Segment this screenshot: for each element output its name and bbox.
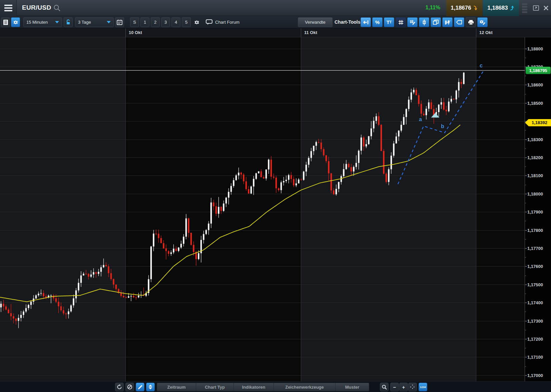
date-label: 12 Okt xyxy=(479,30,493,35)
price-tick-label: 1,18000 xyxy=(527,191,543,196)
zeitraum-button[interactable]: Zeitraum xyxy=(157,383,196,391)
candlestick-chart[interactable] xyxy=(0,37,525,381)
trading-app-window: EUR/USD 1,11% 1,18676 1,18683 15 Minute xyxy=(0,0,551,392)
percent-scale-button[interactable]: % xyxy=(372,17,383,27)
speed-button-3[interactable]: 3 xyxy=(161,17,170,27)
change-percent: 1,11% xyxy=(426,5,440,11)
axis-minor-tick xyxy=(525,112,526,112)
chart-plot-area[interactable] xyxy=(0,37,525,381)
windows-layout-button[interactable] xyxy=(431,17,441,27)
buy-price-button[interactable]: 1,18683 xyxy=(483,0,519,16)
chart-menu-group: Zeitraum Chart Typ Indikatoren Zeichenwe… xyxy=(157,383,369,391)
axis-tick xyxy=(525,85,527,85)
printer-icon xyxy=(468,20,474,25)
chart-toolbar: 15 Minuten 3 Tage S 1 2 3 4 5 Chart Foru… xyxy=(0,16,551,28)
chart-typ-button[interactable]: Chart Typ xyxy=(196,383,234,391)
chart-forum-button[interactable]: Chart Forum xyxy=(204,17,254,27)
text-annotation-button[interactable]: TT xyxy=(384,17,394,27)
close-window-button[interactable] xyxy=(542,4,550,12)
price-tick-label: 1,18100 xyxy=(527,173,543,178)
speed-button-2[interactable]: 2 xyxy=(151,17,160,27)
zoom-in-button[interactable]: + xyxy=(399,383,408,391)
price-tick-label: 1,18500 xyxy=(527,100,543,105)
order-ticket-button[interactable] xyxy=(1,17,10,27)
grid-button[interactable] xyxy=(396,17,406,27)
collapse-tools-button[interactable] xyxy=(361,17,371,27)
speed-button-4[interactable]: 4 xyxy=(171,17,180,27)
axis-minor-tick xyxy=(525,166,526,167)
speed-button-s[interactable]: S xyxy=(130,17,139,27)
data-values-button[interactable]: 1234 xyxy=(419,383,427,391)
date-axis[interactable]: 10 Okt11 Okt12 Okt xyxy=(0,28,551,37)
calendar-icon xyxy=(117,19,122,25)
indikatoren-button[interactable]: Indikatoren xyxy=(234,383,274,391)
erase-drawings-button[interactable] xyxy=(454,17,464,27)
axis-tick xyxy=(525,303,527,303)
date-tick xyxy=(125,28,126,37)
scale-adjust-button[interactable] xyxy=(146,383,155,391)
search-icon[interactable] xyxy=(53,4,61,12)
chart-settings-button[interactable] xyxy=(11,17,20,27)
interval-dropdown[interactable]: 15 Minuten xyxy=(23,17,62,27)
axis-minor-tick xyxy=(525,185,526,185)
price-tick-label: 1,17800 xyxy=(527,228,543,233)
print-button[interactable] xyxy=(466,17,476,27)
price-tick-label: 1,18800 xyxy=(527,46,543,51)
calendar-button[interactable] xyxy=(115,17,124,27)
price-tick-label: 1,17300 xyxy=(527,318,543,323)
numeric-badge: 1234 xyxy=(420,386,426,389)
axis-minor-tick xyxy=(525,257,526,258)
disable-drawing-button[interactable] xyxy=(125,383,134,391)
zoom-mode-button[interactable] xyxy=(380,383,389,391)
date-label: 10 Okt xyxy=(129,30,142,35)
title-bar: EUR/USD 1,11% 1,18676 1,18683 xyxy=(0,0,551,16)
close-icon xyxy=(543,5,549,11)
price-tick-label: 1,18300 xyxy=(527,137,543,142)
price-tick-label: 1,17000 xyxy=(527,373,543,378)
grid-edit-button[interactable] xyxy=(407,17,418,27)
chart-forum-label: Chart Forum xyxy=(215,20,239,25)
sell-price-button[interactable]: 1,18676 xyxy=(446,0,482,16)
muster-button[interactable]: Muster xyxy=(336,383,369,391)
playback-settings-button[interactable] xyxy=(192,17,201,27)
tools-settings-button[interactable] xyxy=(477,17,488,27)
axis-tick xyxy=(525,375,527,376)
auto-refresh-button[interactable] xyxy=(115,383,124,391)
range-dropdown[interactable]: 3 Tage xyxy=(75,17,114,27)
chat-bubble-icon xyxy=(206,19,212,25)
crosshair-button[interactable] xyxy=(408,383,417,391)
speed-button-1[interactable]: 1 xyxy=(140,17,149,27)
axis-minor-tick xyxy=(525,221,526,221)
sync-icon xyxy=(117,384,122,390)
related-button[interactable]: Verwandte xyxy=(298,17,333,27)
instrument-title: EUR/USD xyxy=(22,4,51,11)
grid-icon xyxy=(398,20,404,25)
buy-price: 1,18683 xyxy=(487,5,508,11)
compare-button[interactable] xyxy=(442,17,453,27)
axis-tick xyxy=(525,49,527,49)
price-tick-label: 1,17500 xyxy=(527,282,543,287)
price-axis[interactable]: 1,186795 1,18392 1,188001,187001,186001,… xyxy=(525,37,551,381)
unlock-icon xyxy=(66,19,71,25)
price-tick-label: 1,18200 xyxy=(527,155,543,160)
lock-scale-button[interactable] xyxy=(64,17,73,27)
gear-icon xyxy=(194,19,200,25)
axis-minor-tick xyxy=(525,94,526,94)
chart-type-candle-button[interactable] xyxy=(419,17,429,27)
chevron-down-icon xyxy=(107,21,111,23)
speed-button-5[interactable]: 5 xyxy=(182,17,191,27)
menu-button[interactable] xyxy=(0,0,17,16)
axis-tick xyxy=(525,339,527,339)
draw-mode-button[interactable] xyxy=(136,383,144,391)
axis-minor-tick xyxy=(525,239,526,240)
axis-minor-tick xyxy=(525,76,526,76)
axis-minor-tick xyxy=(525,276,526,276)
date-tick xyxy=(301,28,301,37)
up-down-arrows-icon xyxy=(148,384,153,390)
zeichenwerkzeuge-button[interactable]: Zeichenwerkzeuge xyxy=(274,383,336,391)
price-tick-label: 1,17600 xyxy=(527,264,543,269)
window-drag-handle[interactable] xyxy=(520,1,529,15)
interval-value: 15 Minuten xyxy=(26,20,48,25)
restore-window-button[interactable] xyxy=(532,4,540,12)
zoom-out-button[interactable]: − xyxy=(390,383,399,391)
